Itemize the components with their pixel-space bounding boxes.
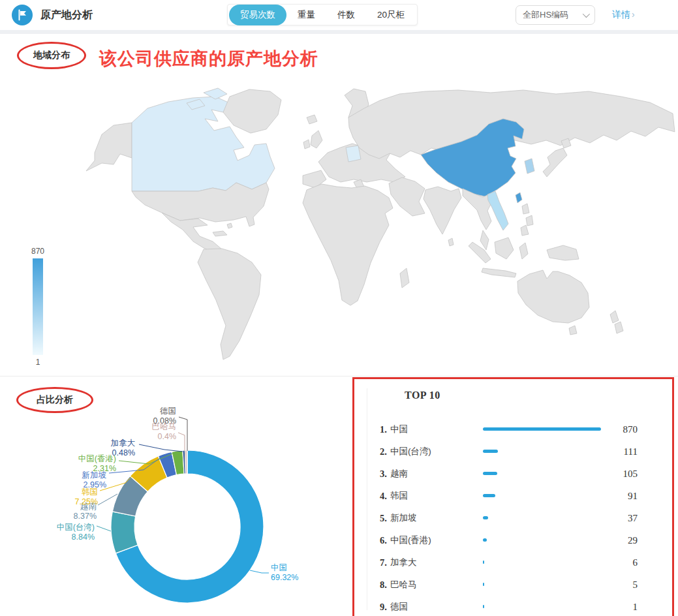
top10-bar-track bbox=[483, 583, 604, 586]
top10-value: 1 bbox=[633, 602, 638, 613]
top10-bar-track bbox=[483, 561, 604, 564]
top10-row[interactable]: 8. 巴哈马 5 bbox=[354, 574, 672, 596]
donut-chart-svg bbox=[0, 377, 352, 616]
legend-gradient-bar bbox=[33, 258, 43, 355]
top10-row[interactable]: 9. 德国 1 bbox=[354, 596, 672, 616]
map-country-alaska bbox=[86, 123, 132, 171]
top10-bar-track bbox=[483, 494, 604, 497]
top10-country-name: 越南 bbox=[390, 468, 408, 480]
top10-country-name: 中国(台湾) bbox=[390, 446, 431, 457]
top10-country-name: 中国(香港) bbox=[390, 534, 431, 546]
top10-value: 111 bbox=[624, 446, 638, 457]
hs-code-dropdown[interactable]: 全部HS编码 bbox=[516, 5, 595, 25]
map-country-vietnam[interactable] bbox=[487, 191, 508, 230]
metric-tab[interactable]: 件数 bbox=[326, 5, 366, 25]
metric-tab[interactable]: 20尺柜 bbox=[366, 5, 416, 25]
top10-bar-track bbox=[483, 516, 604, 519]
top10-country-name: 巴哈马 bbox=[390, 579, 417, 591]
header-bar: 原产地分析 贸易次数重量件数20尺柜 全部HS编码 详情› bbox=[0, 0, 678, 30]
map-color-legend: 870 1 bbox=[25, 247, 51, 367]
top10-value: 6 bbox=[633, 557, 638, 568]
donut-label-germany: 德国0.08% bbox=[153, 407, 176, 426]
top10-bar bbox=[483, 472, 497, 475]
top10-bar-track bbox=[483, 472, 604, 475]
top10-rank: 6. bbox=[380, 535, 387, 546]
map-region-middle-east bbox=[389, 177, 425, 216]
top10-rank: 4. bbox=[380, 491, 387, 502]
top10-bar bbox=[483, 561, 484, 564]
detail-link-label: 详情 bbox=[612, 9, 630, 20]
map-country-japan bbox=[543, 148, 567, 177]
app-flag-icon bbox=[12, 5, 33, 25]
top10-bar bbox=[483, 516, 488, 519]
top10-bar-track bbox=[483, 605, 604, 608]
red-annotation-text: 该公司供应商的原产地分析 bbox=[99, 47, 318, 70]
metric-tab[interactable]: 贸易次数 bbox=[229, 5, 286, 25]
map-country-philippines-3 bbox=[521, 225, 529, 236]
label-line-canada bbox=[139, 444, 183, 452]
top10-row[interactable]: 2. 中国(台湾) 111 bbox=[354, 440, 672, 463]
top10-rank: 2. bbox=[380, 446, 387, 457]
top10-row[interactable]: 5. 新加坡 37 bbox=[354, 507, 672, 529]
donut-label-china: 中国69.32% bbox=[271, 563, 298, 583]
top10-bar bbox=[483, 450, 498, 453]
top10-row[interactable]: 1. 中国 870 bbox=[354, 418, 672, 440]
label-line-bahamas bbox=[178, 433, 185, 451]
map-country-australia bbox=[517, 270, 589, 323]
top10-bar bbox=[483, 427, 601, 431]
map-country-south-korea[interactable] bbox=[525, 159, 534, 174]
map-section-badge-circled: 地域分布 bbox=[17, 42, 86, 69]
top10-row[interactable]: 6. 中国(香港) 29 bbox=[354, 529, 672, 551]
donut-slice[interactable] bbox=[187, 450, 187, 474]
detail-link[interactable]: 详情› bbox=[612, 9, 635, 21]
label-line-germany bbox=[179, 417, 187, 451]
top10-rank: 5. bbox=[380, 513, 387, 524]
top10-value: 5 bbox=[633, 579, 638, 591]
map-island-sulawesi bbox=[519, 243, 528, 259]
label-line-china bbox=[250, 570, 269, 573]
analysis-section: 占比分析 中国69.32% 中国(台湾)8.84% 越南8.37% 韩国7.25… bbox=[0, 376, 678, 616]
metric-tabbar: 贸易次数重量件数20尺柜 bbox=[227, 4, 418, 25]
map-island-borneo bbox=[495, 238, 514, 259]
top10-bar-track bbox=[483, 427, 604, 431]
map-country-greenland bbox=[223, 89, 281, 133]
top10-value: 91 bbox=[628, 491, 638, 502]
map-region-iceland bbox=[307, 115, 317, 124]
map-country-sri-lanka bbox=[448, 238, 454, 246]
top10-bar-track bbox=[483, 450, 604, 453]
top10-rank: 3. bbox=[380, 469, 387, 480]
map-section: 地域分布 该公司供应商的原产地分析 bbox=[0, 34, 678, 376]
top10-bar-track bbox=[483, 538, 604, 542]
top10-list: 1. 中国 870 2. 中国(台湾) 111 3. 越南 105 bbox=[354, 418, 672, 616]
map-island-new-guinea bbox=[547, 245, 579, 260]
top10-rank: 7. bbox=[380, 557, 387, 568]
top10-title: TOP 10 bbox=[405, 390, 440, 401]
top10-value: 29 bbox=[628, 535, 638, 546]
top10-value: 37 bbox=[628, 513, 638, 524]
top10-rank: 1. bbox=[380, 424, 387, 435]
map-country-india bbox=[424, 187, 461, 234]
map-country-philippines-1 bbox=[522, 204, 529, 214]
map-country-taiwan[interactable] bbox=[516, 192, 522, 203]
donut-label-korea: 韩国7.25% bbox=[75, 487, 98, 507]
legend-max: 870 bbox=[25, 247, 51, 256]
top10-value: 105 bbox=[623, 469, 638, 480]
top10-rank: 9. bbox=[380, 602, 387, 613]
top10-row[interactable]: 4. 韩国 91 bbox=[354, 485, 672, 507]
top10-bar bbox=[483, 583, 484, 586]
map-island-tasmania bbox=[569, 326, 577, 335]
donut-label-canada: 加拿大0.48% bbox=[111, 439, 136, 458]
map-country-bahamas bbox=[227, 223, 232, 228]
top10-bar bbox=[483, 605, 484, 608]
top10-row[interactable]: 7. 加拿大 6 bbox=[354, 551, 672, 574]
donut-chart: 中国69.32% 中国(台湾)8.84% 越南8.37% 韩国7.25% 新加坡… bbox=[0, 377, 352, 616]
top10-country-name: 新加坡 bbox=[390, 512, 417, 524]
map-region-malay-peninsula bbox=[480, 230, 489, 250]
map-country-new-zealand-1 bbox=[610, 311, 619, 323]
metric-tab[interactable]: 重量 bbox=[286, 5, 326, 25]
map-country-germany[interactable] bbox=[346, 146, 361, 162]
legend-min: 1 bbox=[25, 358, 51, 367]
top10-row[interactable]: 3. 越南 105 bbox=[354, 463, 672, 485]
label-line-taiwan bbox=[97, 526, 111, 531]
map-country-new-zealand-2 bbox=[615, 322, 623, 333]
